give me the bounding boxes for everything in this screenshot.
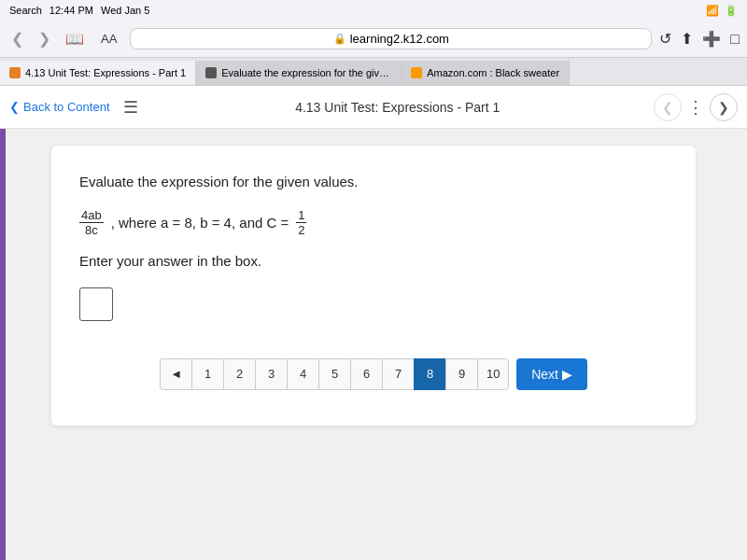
back-browser-button[interactable]: ❮ [7, 28, 27, 49]
answer-input[interactable] [79, 287, 113, 321]
page-btn-8[interactable]: 8 [414, 358, 445, 390]
tab-amazon[interactable]: Amazon.com : Black sweater [402, 61, 570, 85]
fraction-numerator: 4ab [79, 208, 104, 224]
address-bar[interactable]: 🔒 learning2.k12.com [130, 28, 652, 49]
conditions-text: , where a = 8, b = 4, and C = [111, 215, 289, 231]
tab-evaluate[interactable]: Evaluate the expression for the given va… [196, 61, 402, 85]
back-label: Back to Content [23, 100, 110, 114]
date: Wed Jan 5 [101, 5, 149, 16]
question-card: Evaluate the expression for the given va… [51, 146, 696, 426]
expression-row: 4ab 8c , where a = 8, b = 4, and C = 1 2 [79, 208, 668, 238]
wifi-icon: 📶 [706, 5, 719, 17]
toolbar-actions: ↺ ⬆ ➕ □ [659, 30, 740, 48]
tab-label-2: Evaluate the expression for the given va… [221, 67, 391, 78]
question-instruction: Evaluate the expression for the given va… [79, 172, 668, 193]
tab-label-3: Amazon.com : Black sweater [427, 67, 559, 78]
options-button[interactable]: ⋮ [687, 97, 704, 118]
time: 12:44 PM [49, 5, 93, 16]
page-btn-7[interactable]: 7 [382, 358, 414, 390]
page-btn-5[interactable]: 5 [318, 358, 350, 390]
bookmarks-button[interactable]: 📖 [62, 28, 88, 49]
new-tab-button[interactable]: ➕ [702, 30, 721, 48]
refresh-button[interactable]: ↺ [659, 30, 671, 48]
main-fraction: 4ab 8c [79, 208, 104, 238]
enter-answer-text: Enter your answer in the box. [79, 253, 668, 269]
status-bar: Search 12:44 PM Wed Jan 5 📶 🔋 [0, 0, 747, 21]
url-text: learning2.k12.com [350, 32, 449, 46]
browser-toolbar: ❮ ❯ 📖 AA 🔒 learning2.k12.com ↺ ⬆ ➕ □ [0, 21, 747, 58]
value-fraction: 1 2 [296, 208, 306, 238]
page-btn-10[interactable]: 10 [477, 358, 509, 390]
tab-favicon-3 [411, 67, 422, 78]
fraction-denominator: 8c [83, 223, 100, 238]
page-btn-3[interactable]: 3 [255, 358, 287, 390]
battery-icon: 🔋 [725, 5, 738, 17]
tab-label-1: 4.13 Unit Test: Expressions - Part 1 [25, 67, 186, 78]
pagination: ◄ 1 2 3 4 5 6 7 8 9 10 Next ▶ [79, 358, 668, 390]
next-page-button[interactable]: ❯ [710, 93, 738, 121]
value-denominator: 2 [296, 223, 306, 238]
app-header: ❮ Back to Content ☰ 4.13 Unit Test: Expr… [0, 86, 747, 129]
back-to-content-button[interactable]: ❮ Back to Content [9, 100, 110, 114]
hamburger-button[interactable]: ☰ [120, 93, 142, 121]
prev-page-button[interactable]: ❮ [654, 93, 682, 121]
status-right: 📶 🔋 [706, 5, 738, 17]
search-label: Search [9, 5, 42, 16]
value-numerator: 1 [296, 208, 306, 224]
share-button[interactable]: ⬆ [681, 30, 693, 48]
back-chevron-icon: ❮ [9, 100, 20, 114]
next-button[interactable]: Next ▶ [516, 358, 587, 390]
page-btn-2[interactable]: 2 [223, 358, 255, 390]
tab-unit-test[interactable]: 4.13 Unit Test: Expressions - Part 1 [0, 61, 196, 85]
page-btn-6[interactable]: 6 [350, 358, 382, 390]
browser-tabs: 4.13 Unit Test: Expressions - Part 1 Eva… [0, 58, 747, 86]
page-btn-4[interactable]: 4 [287, 358, 318, 390]
page-btn-9[interactable]: 9 [445, 358, 477, 390]
tab-favicon-2 [205, 67, 217, 78]
tab-favicon-1 [9, 67, 21, 78]
purple-accent-bar [0, 129, 6, 560]
page-btn-1[interactable]: 1 [191, 358, 223, 390]
prev-page-btn[interactable]: ◄ [160, 358, 191, 390]
page-title: 4.13 Unit Test: Expressions - Part 1 [142, 100, 655, 115]
reader-mode-button[interactable]: AA [95, 30, 122, 48]
lock-icon: 🔒 [333, 33, 346, 45]
main-content: Evaluate the expression for the given va… [0, 129, 747, 560]
tabs-button[interactable]: □ [730, 31, 740, 48]
forward-browser-button[interactable]: ❯ [35, 28, 54, 49]
